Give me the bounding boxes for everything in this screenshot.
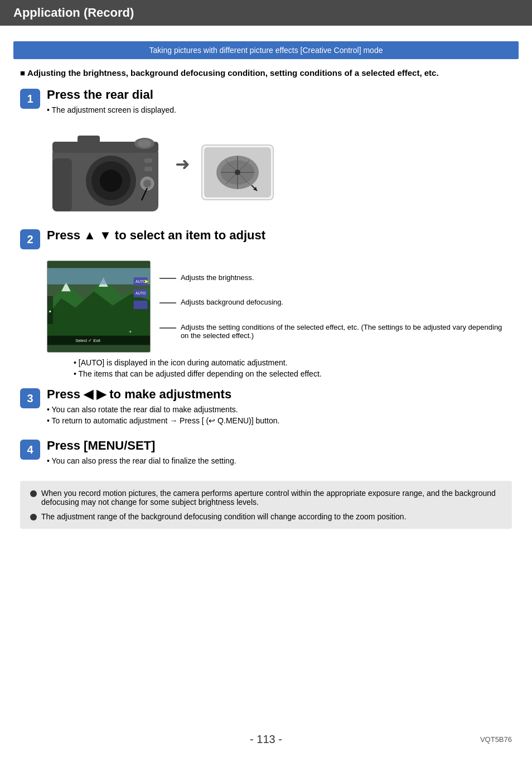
main-content: Adjusting the brightness, background def… <box>0 68 532 529</box>
step-2-number: 2 <box>20 229 40 249</box>
screen-label-line-3 <box>159 327 176 329</box>
step-1-note-0: The adjustment screen is displayed. <box>47 105 512 114</box>
page-header: Application (Record) <box>0 0 532 26</box>
step-1-number: 1 <box>20 89 40 109</box>
step-4-title: Press [MENU/SET] <box>47 438 512 453</box>
step-3: 3 Press ◀ ▶ to make adjustments You can … <box>20 387 512 427</box>
info-box-item-1: When you record motion pictures, the cam… <box>30 489 502 507</box>
info-bullet-1 <box>30 490 37 497</box>
svg-text:Select ✓ Exit: Select ✓ Exit <box>75 338 101 343</box>
screen-label-text-3: Adjusts the setting conditions of the se… <box>181 323 512 340</box>
step-1-images: ➜ <box>47 128 512 217</box>
screen-label-line-2 <box>159 302 176 303</box>
step-2-content: Press ▲ ▼ to select an item to adjust <box>47 228 512 246</box>
svg-text:+: + <box>129 329 132 335</box>
info-bullet-2 <box>30 514 37 520</box>
step-2-note-0: [AUTO] is displayed in the icon during a… <box>74 358 512 367</box>
step-2-screen-area: AUTO AUTO Select ✓ Exit ■ + Adjusts the <box>47 261 512 353</box>
svg-text:AUTO: AUTO <box>136 279 146 283</box>
svg-point-21 <box>235 170 240 175</box>
step-4-number: 4 <box>20 440 40 460</box>
step-3-content: Press ◀ ▶ to make adjustments You can al… <box>47 387 512 427</box>
step-4: 4 Press [MENU/SET] You can also press th… <box>20 438 512 467</box>
info-box-text-1: When you record motion pictures, the cam… <box>41 489 502 507</box>
step-4-note-0: You can also press the rear dial to fina… <box>47 456 512 465</box>
footer-code: VQT5B76 <box>480 735 512 744</box>
dial-closeup <box>201 144 274 200</box>
svg-rect-10 <box>144 167 152 171</box>
screen-content-svg: AUTO AUTO Select ✓ Exit ■ + <box>47 261 150 352</box>
step-1-content: Press the rear dial The adjustment scree… <box>47 88 512 117</box>
step-2-note-1: The items that can be adjusted differ de… <box>74 369 512 378</box>
svg-text:AUTO: AUTO <box>136 291 146 295</box>
screen-label-line-1 <box>159 278 176 279</box>
svg-text:■: ■ <box>49 310 51 313</box>
screen-label-text-1: Adjusts the brightness. <box>181 273 254 282</box>
dial-closeup-svg <box>204 147 271 197</box>
step-2-notes: [AUTO] is displayed in the icon during a… <box>47 358 512 378</box>
step-3-note-0: You can also rotate the rear dial to mak… <box>47 405 512 414</box>
step-2: 2 Press ▲ ▼ to select an item to adjust <box>20 228 512 249</box>
camera-screen: AUTO AUTO Select ✓ Exit ■ + <box>47 261 151 353</box>
step-3-title: Press ◀ ▶ to make adjustments <box>47 387 512 402</box>
arrow-icon: ➜ <box>175 153 190 175</box>
svg-point-4 <box>138 139 151 147</box>
step-1: 1 Press the rear dial The adjustment scr… <box>20 88 512 117</box>
screen-labels: Adjusts the brightness. Adjusts backgrou… <box>159 261 512 353</box>
section-heading-text: Adjusting the brightness, background def… <box>27 68 439 78</box>
blue-banner: Taking pictures with different picture e… <box>13 41 519 59</box>
svg-point-12 <box>143 180 151 187</box>
screen-label-3: Adjusts the setting conditions of the se… <box>159 323 512 340</box>
page-number: - 113 - <box>250 733 282 746</box>
section-heading: Adjusting the brightness, background def… <box>20 68 512 78</box>
svg-point-7 <box>100 170 122 192</box>
step-2-title: Press ▲ ▼ to select an item to adjust <box>47 228 512 243</box>
step-4-content: Press [MENU/SET] You can also press the … <box>47 438 512 467</box>
screen-label-1: Adjusts the brightness. <box>159 273 512 282</box>
svg-rect-34 <box>134 301 148 309</box>
screen-label-text-2: Adjusts background defocusing. <box>181 298 283 306</box>
banner-text: Taking pictures with different picture e… <box>149 46 383 55</box>
step-3-note-1: To return to automatic adjustment → Pres… <box>47 416 512 425</box>
info-box: When you record motion pictures, the cam… <box>20 481 512 529</box>
page-title: Application (Record) <box>13 6 134 20</box>
info-box-text-2: The adjustment range of the background d… <box>41 512 407 521</box>
svg-rect-9 <box>144 158 152 163</box>
step-1-title: Press the rear dial <box>47 88 512 102</box>
info-box-item-2: The adjustment range of the background d… <box>30 512 502 521</box>
svg-rect-8 <box>78 136 100 143</box>
svg-rect-1 <box>52 158 72 211</box>
page-footer: - 113 - VQT5B76 <box>0 733 532 746</box>
camera-body-svg <box>47 128 164 217</box>
screen-label-2: Adjusts background defocusing. <box>159 298 512 306</box>
step-3-number: 3 <box>20 388 40 408</box>
